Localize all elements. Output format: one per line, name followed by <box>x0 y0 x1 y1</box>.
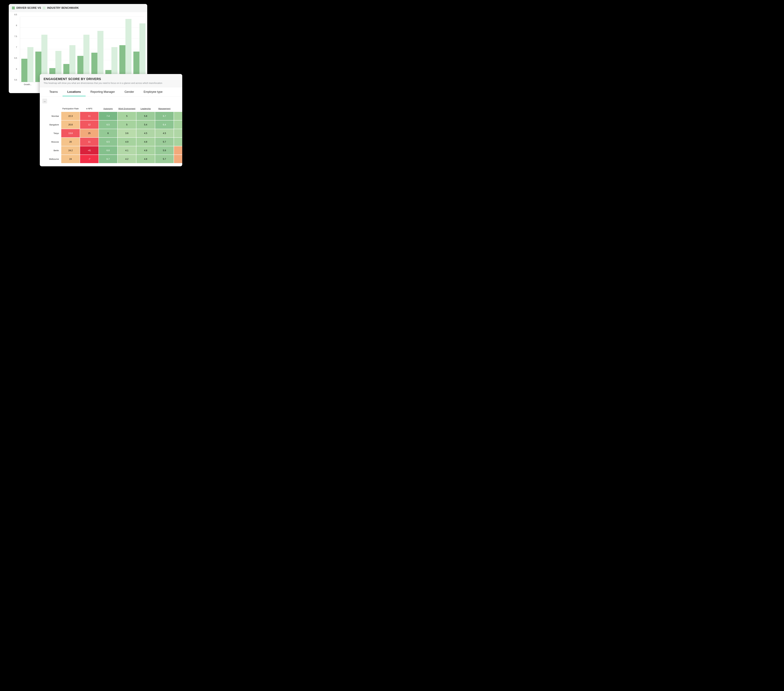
heatmap-cell: 5 <box>117 120 136 129</box>
y-tick: 6 <box>16 68 17 70</box>
bar-chart-legend: DRIVER SCORE VS INDUSTRY BENCHMARK <box>9 4 147 12</box>
heatmap-grid: Participation Ratee-NPSAutonomyWork Envi… <box>42 105 182 163</box>
heatmap-cell: -7 <box>80 155 99 163</box>
bar-group <box>21 47 33 82</box>
heatmap-cell: 5.8 <box>136 112 155 120</box>
heatmap-cell: 20 <box>61 138 80 146</box>
heatmap-cell: 4.5 <box>155 129 174 138</box>
heatmap-cell: 4.1 <box>117 146 136 155</box>
heatmap-cell <box>174 112 182 120</box>
heatmap-col-header[interactable]: Leadership <box>136 105 155 112</box>
bar <box>27 47 33 82</box>
y-axis-ticks: 5.566.577.588.5 <box>9 17 18 82</box>
heatmap-col-header[interactable]: Work Environment <box>117 105 136 112</box>
heatmap-cell: 4.8 <box>136 155 155 163</box>
heatmap-corner <box>42 105 61 112</box>
legend-label-benchmark: INDUSTRY BENCHMARK <box>47 7 79 9</box>
heatmap-body: ... Participation Ratee-NPSAutonomyWork … <box>40 96 182 166</box>
heatmap-tabs: TeamsLocationsReporting ManagerGenderEmp… <box>40 87 182 96</box>
heatmap-cell: 6.5 <box>99 120 117 129</box>
heatmap-cell: 5.4 <box>136 120 155 129</box>
heatmap-cell: 6 <box>99 129 117 138</box>
heatmap-cell: 6.4 <box>155 120 174 129</box>
bar <box>21 59 27 82</box>
tab-locations[interactable]: Locations <box>63 87 86 96</box>
heatmap-cell: 6.7 <box>99 155 117 163</box>
heatmap-cell: 11 <box>80 138 99 146</box>
heatmap-cell: 5 <box>117 112 136 120</box>
y-tick: 6.5 <box>14 57 17 59</box>
bar <box>125 19 132 82</box>
heatmap-col-header <box>174 105 182 112</box>
bar <box>139 23 145 82</box>
heatmap-cell: 13.8 <box>61 129 80 138</box>
heatmap-header: ENGAGEMENT SCORE BY DRIVERS This heatmap… <box>40 74 182 87</box>
heatmap-col-header[interactable]: Autonomy <box>99 105 117 112</box>
more-options-button[interactable]: ... <box>42 99 47 104</box>
heatmap-row-header: Moscow <box>42 138 61 146</box>
heatmap-cell: 12 <box>80 120 99 129</box>
heatmap-col-header: Participation Rate <box>61 105 80 112</box>
y-tick: 8 <box>16 24 17 26</box>
heatmap-subtitle: This heatmap will show you what are driv… <box>44 82 178 84</box>
heatmap-row-header: Mumbai <box>42 112 61 120</box>
heatmap-cell: 4.2 <box>117 155 136 163</box>
heatmap-cell: 6.8 <box>99 146 117 155</box>
heatmap-cell <box>174 129 182 138</box>
heatmap-row-header: Berlin <box>42 146 61 155</box>
heatmap-cell: 7.4 <box>99 112 117 120</box>
heatmap-cell: 20.8 <box>61 120 80 129</box>
heatmap-cell <box>174 120 182 129</box>
heatmap-cell: 3.6 <box>117 129 136 138</box>
heatmap-cell: 24.2 <box>61 146 80 155</box>
y-tick: 8.5 <box>14 13 17 16</box>
y-tick: 7.5 <box>14 35 17 38</box>
bar-group <box>119 19 132 82</box>
heatmap-cell: 6.7 <box>155 112 174 120</box>
heatmap-cell: 24 <box>61 155 80 163</box>
heatmap-row-header: Bangalore <box>42 120 61 129</box>
bar-group <box>133 23 145 82</box>
heatmap-cell: 4.8 <box>136 138 155 146</box>
heatmap-cell: -41 <box>80 146 99 155</box>
tab-reporting-manager[interactable]: Reporting Manager <box>86 87 120 96</box>
engagement-heatmap-card: ENGAGEMENT SCORE BY DRIVERS This heatmap… <box>40 74 182 166</box>
heatmap-cell <box>174 138 182 146</box>
x-tick-label: Growth... <box>24 83 32 86</box>
heatmap-cell: 5.9 <box>155 146 174 155</box>
heatmap-cell: 5.7 <box>155 155 174 163</box>
tab-gender[interactable]: Gender <box>120 87 139 96</box>
y-tick: 7 <box>16 46 17 48</box>
heatmap-col-header[interactable]: Management <box>155 105 174 112</box>
heatmap-cell <box>174 146 182 155</box>
legend-swatch-benchmark <box>43 7 46 9</box>
tab-teams[interactable]: Teams <box>44 87 63 96</box>
y-tick: 5.5 <box>14 79 17 81</box>
heatmap-cell: 6.5 <box>99 138 117 146</box>
heatmap-cell: 5.7 <box>155 138 174 146</box>
tab-employee-type[interactable]: Employee type <box>139 87 167 96</box>
heatmap-row-header: Tokyo <box>42 129 61 138</box>
heatmap-col-header: e-NPS <box>80 105 99 112</box>
heatmap-cell: 25 <box>80 129 99 138</box>
legend-label-driver: DRIVER SCORE VS <box>16 7 41 9</box>
heatmap-cell: 11 <box>80 112 99 120</box>
heatmap-cell: 4.5 <box>136 129 155 138</box>
legend-swatch-driver <box>12 7 15 9</box>
plot-area <box>20 17 144 82</box>
heatmap-cell: 4.9 <box>117 138 136 146</box>
heatmap-cell: 4.8 <box>136 146 155 155</box>
heatmap-cell <box>174 155 182 163</box>
heatmap-title: ENGAGEMENT SCORE BY DRIVERS <box>44 77 178 81</box>
heatmap-row-header: Melbourne <box>42 155 61 163</box>
gridline <box>20 16 144 17</box>
heatmap-cell: 22.3 <box>61 112 80 120</box>
